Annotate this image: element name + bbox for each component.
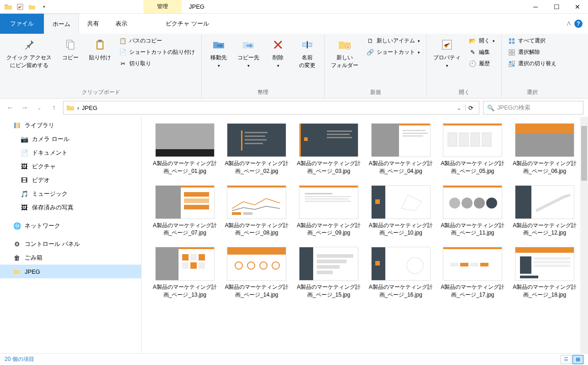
file-item[interactable]: A製品のマーケティング計画_ページ_06.jpg <box>510 121 579 177</box>
sidebar-item-recycle-bin[interactable]: 🗑ごみ箱 <box>0 251 141 265</box>
svg-rect-29 <box>245 132 268 133</box>
qat-dropdown-icon[interactable]: ▾ <box>39 2 48 11</box>
file-thumbnail <box>299 247 358 281</box>
copy-to-button[interactable]: コピー先▾ <box>235 36 262 70</box>
properties-qat-icon[interactable] <box>16 2 25 11</box>
svg-rect-53 <box>156 186 181 219</box>
svg-rect-90 <box>227 247 286 255</box>
new-shortcut-button[interactable]: 🔗ショートカット ▾ <box>364 47 423 57</box>
scrollbar-thumb[interactable] <box>581 126 587 181</box>
paste-button[interactable]: 貼り付け <box>86 36 114 63</box>
thumbnail-view-button[interactable]: ▦ <box>572 355 583 364</box>
sidebar-item-camera-roll[interactable]: 📷カメラ ロール <box>0 132 141 146</box>
file-item[interactable]: A製品のマーケティング計画_ページ_15.jpg <box>294 245 363 301</box>
ribbon-group-clipboard: クイック アクセス にピン留めする コピー 貼り付け 📋パスのコピー 📄ショート… <box>0 34 202 98</box>
select-none-button[interactable]: 選択解除 <box>505 47 559 57</box>
minimize-button[interactable]: ─ <box>525 0 546 14</box>
up-button[interactable]: ↑ <box>48 102 59 113</box>
address-box[interactable]: › JPEG ⌄ ⟳ <box>63 101 479 115</box>
svg-rect-24 <box>19 123 20 128</box>
svg-rect-112 <box>515 247 574 253</box>
svg-rect-80 <box>156 247 178 281</box>
select-all-button[interactable]: すべて選択 <box>505 36 559 46</box>
tab-picture-tools[interactable]: ピクチャ ツール <box>158 14 217 34</box>
file-item[interactable]: A製品のマーケティング計画_ページ_07.jpg <box>151 183 219 239</box>
sidebar-item-pictures[interactable]: 🖼ピクチャ <box>0 160 141 173</box>
edit-button[interactable]: ✎編集 <box>466 47 498 57</box>
rename-icon <box>300 37 315 52</box>
search-box[interactable]: 🔍 JPEGの検索 <box>483 101 583 115</box>
file-thumbnail <box>371 123 430 157</box>
file-name: A製品のマーケティング計画_ページ_03.jpg <box>297 160 361 175</box>
tab-file[interactable]: ファイル <box>0 14 44 34</box>
rename-button[interactable]: 名前 の変更 <box>294 36 320 71</box>
paste-shortcut-button[interactable]: 📄ショートカットの貼り付け <box>116 47 198 57</box>
file-item[interactable]: A製品のマーケティング計画_ページ_09.jpg <box>294 183 363 239</box>
copy-button[interactable]: コピー <box>57 36 84 63</box>
svg-rect-62 <box>243 212 252 215</box>
file-thumbnail <box>515 185 574 219</box>
invert-selection-button[interactable]: 選択の切り替え <box>505 58 559 69</box>
address-dropdown-icon[interactable]: ⌄ <box>457 104 462 111</box>
file-item[interactable]: A製品のマーケティング計画_ページ_16.jpg <box>367 245 435 301</box>
recent-dropdown[interactable]: ⌄ <box>34 102 45 113</box>
file-item[interactable]: A製品のマーケティング計画_ページ_10.jpg <box>367 183 435 239</box>
move-to-button[interactable]: 移動先▾ <box>205 36 232 70</box>
svg-rect-106 <box>443 247 502 249</box>
pin-quick-access-button[interactable]: クイック アクセス にピン留めする <box>4 36 54 71</box>
new-item-button[interactable]: 🗋新しいアイテム ▾ <box>364 36 423 46</box>
sidebar-item-library[interactable]: ライブラリ <box>0 119 141 132</box>
file-item[interactable]: A製品のマーケティング計画_ページ_14.jpg <box>223 245 291 301</box>
file-item[interactable]: A製品のマーケティング計画_ページ_12.jpg <box>510 183 579 239</box>
open-button[interactable]: 📂開く ▾ <box>466 36 498 46</box>
sidebar-item-control-panel[interactable]: ⚙コントロール パネル <box>0 237 141 251</box>
file-name: A製品のマーケティング計画_ページ_09.jpg <box>297 222 361 237</box>
refresh-button[interactable]: ⟳ <box>465 104 476 111</box>
paste-shortcut-icon: 📄 <box>119 49 126 56</box>
delete-button[interactable]: 削除▾ <box>265 36 291 70</box>
folder-qat-icon[interactable] <box>27 2 37 11</box>
sidebar-item-videos[interactable]: 🎞ビデオ <box>0 173 141 187</box>
ribbon-collapse-icon[interactable]: ᐱ <box>567 21 571 27</box>
breadcrumb-item[interactable]: JPEG <box>82 104 97 111</box>
tab-view[interactable]: 表示 <box>107 14 136 34</box>
sidebar-item-network[interactable]: 🌐ネットワーク <box>0 219 141 233</box>
sidebar-item-music[interactable]: 🎵ミュージック <box>0 187 141 201</box>
close-button[interactable]: ✕ <box>567 0 588 14</box>
cut-button[interactable]: ✂切り取り <box>116 58 198 69</box>
svg-rect-60 <box>227 186 286 188</box>
file-item[interactable]: A製品のマーケティング計画_ページ_18.jpg <box>510 245 579 301</box>
details-view-button[interactable]: ☰ <box>561 355 572 364</box>
forward-button[interactable]: → <box>19 102 30 113</box>
file-item[interactable]: A製品のマーケティング計画_ページ_04.jpg <box>367 121 435 177</box>
copy-path-button[interactable]: 📋パスのコピー <box>116 36 198 46</box>
delete-icon <box>271 37 285 52</box>
folder-icon <box>4 2 13 11</box>
sidebar-item-saved-pictures[interactable]: 🖼保存済みの写真 <box>0 201 141 214</box>
tab-home[interactable]: ホーム <box>44 14 79 34</box>
file-item[interactable]: A製品のマーケティング計画_ページ_05.jpg <box>439 121 507 177</box>
file-name: A製品のマーケティング計画_ページ_13.jpg <box>153 283 217 299</box>
file-item[interactable]: A製品のマーケティング計画_ページ_08.jpg <box>223 183 291 239</box>
file-item[interactable]: A製品のマーケティング計画_ページ_11.jpg <box>439 183 507 239</box>
control-panel-icon: ⚙ <box>13 240 21 248</box>
sidebar-item-jpeg[interactable]: JPEG <box>0 265 141 278</box>
help-icon[interactable]: ? <box>574 20 583 28</box>
history-button[interactable]: 🕘履歴 <box>466 58 498 69</box>
maximize-button[interactable]: ☐ <box>546 0 567 14</box>
svg-rect-11 <box>512 38 514 41</box>
file-item[interactable]: A製品のマーケティング計画_ページ_03.jpg <box>294 121 363 177</box>
tab-share[interactable]: 共有 <box>79 14 107 34</box>
properties-button[interactable]: プロパティ▾ <box>430 36 463 70</box>
breadcrumb-separator[interactable]: › <box>77 104 79 111</box>
file-item[interactable]: A製品のマーケティング計画_ページ_17.jpg <box>439 245 507 301</box>
file-item[interactable]: A製品のマーケティング計画_ページ_01.jpg <box>151 121 219 177</box>
vertical-scrollbar[interactable] <box>580 117 588 353</box>
new-folder-button[interactable]: 新しい フォルダー <box>328 36 361 71</box>
file-item[interactable]: A製品のマーケティング計画_ページ_02.jpg <box>223 121 291 177</box>
sidebar-item-documents[interactable]: 📄ドキュメント <box>0 146 141 160</box>
window-controls: ─ ☐ ✕ <box>525 0 588 14</box>
ribbon-group-open: プロパティ▾ 📂開く ▾ ✎編集 🕘履歴 開く <box>427 34 502 98</box>
back-button[interactable]: ← <box>5 102 16 113</box>
file-item[interactable]: A製品のマーケティング計画_ページ_13.jpg <box>151 245 219 301</box>
